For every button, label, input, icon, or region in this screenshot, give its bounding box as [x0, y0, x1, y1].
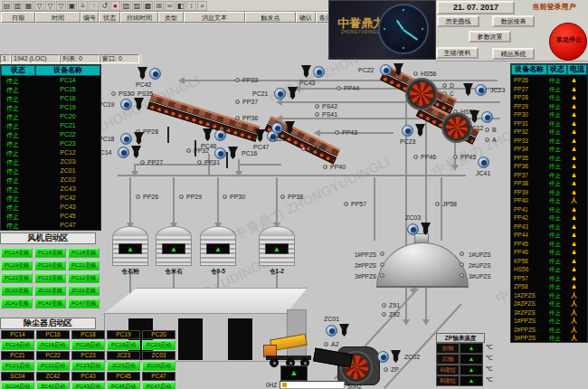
table-row[interactable]: 停止PC16	[1, 95, 100, 104]
starter-start-button[interactable]: PC18启动	[71, 340, 105, 350]
storage-dome[interactable]	[376, 242, 469, 288]
device-ZC02[interactable]: ZC02	[377, 350, 403, 364]
fan-start-button[interactable]: PC14变频	[1, 248, 33, 258]
alarm-column-4[interactable]: 持续时间	[120, 12, 158, 23]
table-row[interactable]: 停止PC23	[1, 140, 100, 149]
table-row[interactable]: PP38停止▲	[511, 180, 587, 188]
export-icon[interactable]: ▦	[24, 1, 33, 11]
device-PC43[interactable]: PC43	[301, 65, 327, 79]
fan-start-button[interactable]: PC47变频	[68, 299, 100, 308]
fan-start-button[interactable]: PC16变频	[34, 248, 66, 258]
alarm-column-0[interactable]: 日期	[1, 12, 35, 23]
table-row[interactable]: PP33停止▲	[511, 138, 587, 146]
starter-start-button[interactable]: PC21启动	[1, 361, 34, 371]
table-row[interactable]: PP37停止▲	[511, 172, 587, 180]
table-row[interactable]: PP26停止▲	[511, 77, 587, 85]
table-row[interactable]: 停止PC45	[1, 213, 100, 222]
device-PC20[interactable]: PC20	[271, 121, 297, 135]
device-PC14[interactable]: PC14	[118, 146, 143, 159]
table-row[interactable]: PP31停止▲	[511, 120, 587, 128]
starter-start-button[interactable]: PC20启动	[142, 340, 175, 350]
device-PC12[interactable]: PC12	[469, 110, 495, 124]
table-row[interactable]: 停止ZC01	[1, 167, 100, 176]
table-row[interactable]: PP39停止▲	[511, 189, 587, 197]
starter-start-button[interactable]: PC22启动	[36, 361, 70, 371]
fan-start-button[interactable]: ZC01变频	[68, 286, 100, 296]
table-row[interactable]: PP42停止▲	[511, 214, 587, 223]
silo-1[interactable]: ▲仓石粉	[112, 226, 148, 266]
table-row[interactable]: PP36停止▲	[511, 163, 587, 171]
table-row[interactable]: PP29停止▲	[511, 103, 587, 111]
link-icon[interactable]: ∞	[165, 1, 175, 11]
device-JC23[interactable]: JC23	[463, 83, 488, 97]
starter-start-button[interactable]: JC23启动	[107, 361, 140, 371]
fan-start-button[interactable]: PC42变频	[34, 299, 66, 308]
silo-4[interactable]: ▲仓1-2	[259, 226, 295, 266]
table-row[interactable]: 2#PPZS停止人	[511, 327, 587, 335]
freq-slider-thumb[interactable]	[282, 383, 287, 387]
fan-start-button[interactable]: PC21变频	[68, 261, 100, 270]
fan-start-button[interactable]: PC19变频	[1, 261, 33, 270]
table-row[interactable]: 1#ZPZS停止人	[511, 292, 587, 300]
table-row[interactable]: PP34停止▲	[511, 146, 587, 154]
fan-start-button[interactable]: PC18变频	[68, 248, 100, 258]
table-row[interactable]: 停止ZC02	[1, 176, 100, 185]
table-row[interactable]: PP57停止▲	[511, 275, 587, 283]
table-row[interactable]: 3#PPZS停止人	[511, 335, 587, 343]
fan-start-button[interactable]: ZC02变频	[34, 286, 66, 296]
alarm-column-8[interactable]: 确认	[296, 12, 316, 23]
table-row[interactable]: 停止PC47	[1, 222, 100, 231]
table-row[interactable]: PP44停止▲	[511, 232, 587, 240]
fan-start-button[interactable]: ZC03变频	[1, 286, 33, 296]
alarm-column-5[interactable]: 类型	[158, 12, 184, 23]
save-icon[interactable]: ▥	[13, 1, 23, 11]
table-row[interactable]: 停止ZC03	[1, 158, 100, 167]
starter-start-button[interactable]: PC47启动	[142, 382, 175, 389]
device-PC23[interactable]: PC23	[402, 124, 427, 138]
starter-start-button[interactable]: PC14启动	[1, 340, 34, 350]
filter-icon[interactable]: ▽	[45, 1, 55, 11]
starter-start-button[interactable]: SC04启动	[1, 382, 34, 389]
lock-single-icon[interactable]: ▧	[121, 1, 131, 11]
table-row[interactable]: 3#ZPZS停止人	[511, 309, 587, 318]
table-row[interactable]: PP41停止▲	[511, 206, 587, 214]
starter-start-button[interactable]: ZC03启动	[142, 361, 175, 371]
help-icon[interactable]: ?	[89, 1, 99, 11]
starter-start-button[interactable]: PC16启动	[36, 340, 70, 350]
starter-start-button[interactable]: PC19启动	[107, 340, 140, 350]
device-JC41[interactable]: JC41	[478, 156, 503, 169]
telegram-icon[interactable]: ▤	[2, 1, 12, 11]
device-PC19[interactable]: PC19	[120, 98, 146, 111]
device-PC16[interactable]: PC16	[214, 147, 240, 160]
lock-group-icon[interactable]: ▨	[132, 1, 142, 11]
table-row[interactable]: 停止PC15	[1, 86, 100, 95]
device-PC22[interactable]: PC22	[380, 63, 405, 77]
table-row[interactable]: 1#PPZS停止人	[511, 318, 587, 326]
sort-icon[interactable]: ↕	[186, 1, 196, 11]
fan-start-button[interactable]: PC23变频	[34, 273, 66, 283]
alarm-column-1[interactable]: 时间	[35, 12, 81, 23]
starter-start-button[interactable]: PC43启动	[71, 382, 105, 389]
fan-start-button[interactable]: PC12变频	[68, 273, 100, 283]
table-row[interactable]: 停止PC20	[1, 113, 100, 122]
refresh-icon[interactable]: ↺	[100, 1, 109, 11]
print-icon[interactable]: ▣	[67, 1, 77, 11]
starter-start-button[interactable]: PC45启动	[107, 382, 140, 389]
silo-2[interactable]: ▲仓米石	[156, 226, 192, 266]
table-row[interactable]: PP28停止▲	[511, 94, 587, 102]
silo-3[interactable]: ▲仓0-5	[200, 226, 236, 266]
filter-first-icon[interactable]: ▽	[34, 1, 44, 11]
table-row[interactable]: PP43停止▲	[511, 223, 587, 232]
list-icon[interactable]: ≡	[78, 1, 88, 11]
table-row[interactable]: 停止PC21	[1, 122, 100, 131]
close-icon[interactable]: ×	[197, 1, 207, 11]
filter-last-icon[interactable]: ▽	[56, 1, 66, 11]
table-row[interactable]: PP45停止▲	[511, 241, 587, 249]
table-row[interactable]: 停止PC14	[1, 77, 100, 86]
table-row[interactable]: PP40停止人	[511, 197, 587, 205]
table-row[interactable]: KP56停止▲	[511, 258, 587, 266]
alarm-column-6[interactable]: 消息文本	[184, 12, 245, 23]
table-row[interactable]: 2#ZPZS停止人	[511, 300, 587, 308]
crusher-fan-2[interactable]	[443, 114, 470, 141]
stop-icon[interactable]: ●	[110, 1, 120, 11]
